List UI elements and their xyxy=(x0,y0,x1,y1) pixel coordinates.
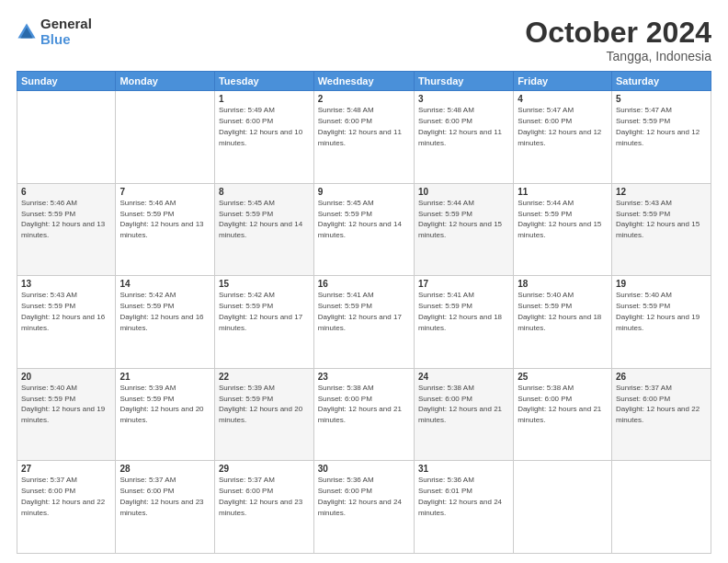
day-number: 26 xyxy=(616,372,707,382)
day-number: 11 xyxy=(518,187,608,197)
day-detail: Sunrise: 5:38 AMSunset: 6:00 PMDaylight:… xyxy=(418,384,502,424)
day-detail: Sunrise: 5:44 AMSunset: 5:59 PMDaylight:… xyxy=(518,199,601,239)
calendar-cell: 25Sunrise: 5:38 AMSunset: 6:00 PMDayligh… xyxy=(514,368,612,461)
day-detail: Sunrise: 5:41 AMSunset: 5:59 PMDaylight:… xyxy=(318,291,402,331)
day-number: 21 xyxy=(119,372,210,382)
day-number: 4 xyxy=(518,94,608,104)
day-detail: Sunrise: 5:36 AMSunset: 6:00 PMDaylight:… xyxy=(318,476,402,516)
calendar-cell: 29Sunrise: 5:37 AMSunset: 6:00 PMDayligh… xyxy=(214,461,313,554)
day-number: 24 xyxy=(418,372,509,382)
logo-icon xyxy=(17,22,37,42)
calendar-week-4: 20Sunrise: 5:40 AMSunset: 5:59 PMDayligh… xyxy=(17,368,711,461)
day-header-thursday: Thursday xyxy=(414,72,513,91)
day-detail: Sunrise: 5:45 AMSunset: 5:59 PMDaylight:… xyxy=(318,199,402,239)
calendar-cell xyxy=(17,91,116,184)
calendar-cell: 27Sunrise: 5:37 AMSunset: 6:00 PMDayligh… xyxy=(17,461,116,554)
day-header-saturday: Saturday xyxy=(611,72,711,91)
day-number: 6 xyxy=(21,187,111,197)
calendar-cell: 20Sunrise: 5:40 AMSunset: 5:59 PMDayligh… xyxy=(17,368,116,461)
day-number: 12 xyxy=(616,187,707,197)
day-number: 23 xyxy=(318,372,410,382)
day-number: 3 xyxy=(418,94,509,104)
calendar-cell xyxy=(514,461,612,554)
day-number: 16 xyxy=(318,279,410,289)
calendar-cell: 13Sunrise: 5:43 AMSunset: 5:59 PMDayligh… xyxy=(17,276,116,369)
day-number: 25 xyxy=(518,372,608,382)
day-detail: Sunrise: 5:48 AMSunset: 6:00 PMDaylight:… xyxy=(318,106,402,146)
day-number: 18 xyxy=(518,279,608,289)
calendar-week-3: 13Sunrise: 5:43 AMSunset: 5:59 PMDayligh… xyxy=(17,276,711,369)
calendar-cell: 7Sunrise: 5:46 AMSunset: 5:59 PMDaylight… xyxy=(116,183,215,276)
calendar-cell: 2Sunrise: 5:48 AMSunset: 6:00 PMDaylight… xyxy=(313,91,414,184)
calendar-cell: 24Sunrise: 5:38 AMSunset: 6:00 PMDayligh… xyxy=(414,368,513,461)
day-detail: Sunrise: 5:39 AMSunset: 5:59 PMDaylight:… xyxy=(119,384,203,424)
calendar-cell: 18Sunrise: 5:40 AMSunset: 5:59 PMDayligh… xyxy=(514,276,612,369)
day-number: 15 xyxy=(219,279,310,289)
calendar-table: SundayMondayTuesdayWednesdayThursdayFrid… xyxy=(17,71,711,554)
calendar-cell: 14Sunrise: 5:42 AMSunset: 5:59 PMDayligh… xyxy=(116,276,215,369)
calendar-cell xyxy=(116,91,215,184)
day-detail: Sunrise: 5:40 AMSunset: 5:59 PMDaylight:… xyxy=(21,384,105,424)
calendar-cell: 21Sunrise: 5:39 AMSunset: 5:59 PMDayligh… xyxy=(116,368,215,461)
day-number: 13 xyxy=(21,279,111,289)
calendar-cell: 17Sunrise: 5:41 AMSunset: 5:59 PMDayligh… xyxy=(414,276,513,369)
calendar-week-2: 6Sunrise: 5:46 AMSunset: 5:59 PMDaylight… xyxy=(17,183,711,276)
day-detail: Sunrise: 5:43 AMSunset: 5:59 PMDaylight:… xyxy=(21,291,105,331)
calendar-cell: 31Sunrise: 5:36 AMSunset: 6:01 PMDayligh… xyxy=(414,461,513,554)
calendar-cell: 3Sunrise: 5:48 AMSunset: 6:00 PMDaylight… xyxy=(414,91,513,184)
day-number: 14 xyxy=(119,279,210,289)
calendar-cell: 15Sunrise: 5:42 AMSunset: 5:59 PMDayligh… xyxy=(214,276,313,369)
calendar-cell: 11Sunrise: 5:44 AMSunset: 5:59 PMDayligh… xyxy=(514,183,612,276)
day-number: 17 xyxy=(418,279,509,289)
calendar-cell: 8Sunrise: 5:45 AMSunset: 5:59 PMDaylight… xyxy=(214,183,313,276)
calendar-header-row: SundayMondayTuesdayWednesdayThursdayFrid… xyxy=(17,72,711,91)
calendar-cell xyxy=(611,461,711,554)
day-detail: Sunrise: 5:38 AMSunset: 6:00 PMDaylight:… xyxy=(518,384,601,424)
day-header-sunday: Sunday xyxy=(17,72,116,91)
day-number: 5 xyxy=(616,94,707,104)
calendar-cell: 4Sunrise: 5:47 AMSunset: 6:00 PMDaylight… xyxy=(514,91,612,184)
day-number: 8 xyxy=(219,187,310,197)
month-title: October 2024 xyxy=(525,17,711,49)
day-detail: Sunrise: 5:40 AMSunset: 5:59 PMDaylight:… xyxy=(616,291,700,331)
day-header-monday: Monday xyxy=(116,72,215,91)
logo-blue: Blue xyxy=(40,32,92,48)
day-number: 22 xyxy=(219,372,310,382)
calendar-cell: 9Sunrise: 5:45 AMSunset: 5:59 PMDaylight… xyxy=(313,183,414,276)
calendar-cell: 22Sunrise: 5:39 AMSunset: 5:59 PMDayligh… xyxy=(214,368,313,461)
day-detail: Sunrise: 5:37 AMSunset: 6:00 PMDaylight:… xyxy=(119,476,203,516)
day-detail: Sunrise: 5:37 AMSunset: 6:00 PMDaylight:… xyxy=(219,476,302,516)
day-detail: Sunrise: 5:48 AMSunset: 6:00 PMDaylight:… xyxy=(418,106,502,146)
day-detail: Sunrise: 5:44 AMSunset: 5:59 PMDaylight:… xyxy=(418,199,502,239)
day-number: 31 xyxy=(418,464,509,474)
day-detail: Sunrise: 5:42 AMSunset: 5:59 PMDaylight:… xyxy=(219,291,302,331)
day-detail: Sunrise: 5:45 AMSunset: 5:59 PMDaylight:… xyxy=(219,199,302,239)
location: Tangga, Indonesia xyxy=(525,49,711,63)
day-number: 19 xyxy=(616,279,707,289)
day-number: 9 xyxy=(318,187,410,197)
day-detail: Sunrise: 5:37 AMSunset: 6:00 PMDaylight:… xyxy=(21,476,105,516)
day-detail: Sunrise: 5:46 AMSunset: 5:59 PMDaylight:… xyxy=(119,199,203,239)
calendar-cell: 1Sunrise: 5:49 AMSunset: 6:00 PMDaylight… xyxy=(214,91,313,184)
logo: General Blue xyxy=(17,17,92,47)
day-number: 20 xyxy=(21,372,111,382)
day-number: 28 xyxy=(119,464,210,474)
header: General Blue October 2024 Tangga, Indone… xyxy=(17,17,711,63)
day-detail: Sunrise: 5:39 AMSunset: 5:59 PMDaylight:… xyxy=(219,384,302,424)
calendar-cell: 5Sunrise: 5:47 AMSunset: 5:59 PMDaylight… xyxy=(611,91,711,184)
calendar-cell: 16Sunrise: 5:41 AMSunset: 5:59 PMDayligh… xyxy=(313,276,414,369)
day-detail: Sunrise: 5:36 AMSunset: 6:01 PMDaylight:… xyxy=(418,476,502,516)
day-number: 7 xyxy=(119,187,210,197)
calendar-cell: 10Sunrise: 5:44 AMSunset: 5:59 PMDayligh… xyxy=(414,183,513,276)
day-header-tuesday: Tuesday xyxy=(214,72,313,91)
day-detail: Sunrise: 5:43 AMSunset: 5:59 PMDaylight:… xyxy=(616,199,700,239)
calendar-cell: 19Sunrise: 5:40 AMSunset: 5:59 PMDayligh… xyxy=(611,276,711,369)
day-header-wednesday: Wednesday xyxy=(313,72,414,91)
day-detail: Sunrise: 5:47 AMSunset: 5:59 PMDaylight:… xyxy=(616,106,700,146)
day-number: 1 xyxy=(219,94,310,104)
day-header-friday: Friday xyxy=(514,72,612,91)
day-detail: Sunrise: 5:42 AMSunset: 5:59 PMDaylight:… xyxy=(119,291,203,331)
day-number: 29 xyxy=(219,464,310,474)
calendar-cell: 23Sunrise: 5:38 AMSunset: 6:00 PMDayligh… xyxy=(313,368,414,461)
day-detail: Sunrise: 5:37 AMSunset: 6:00 PMDaylight:… xyxy=(616,384,700,424)
